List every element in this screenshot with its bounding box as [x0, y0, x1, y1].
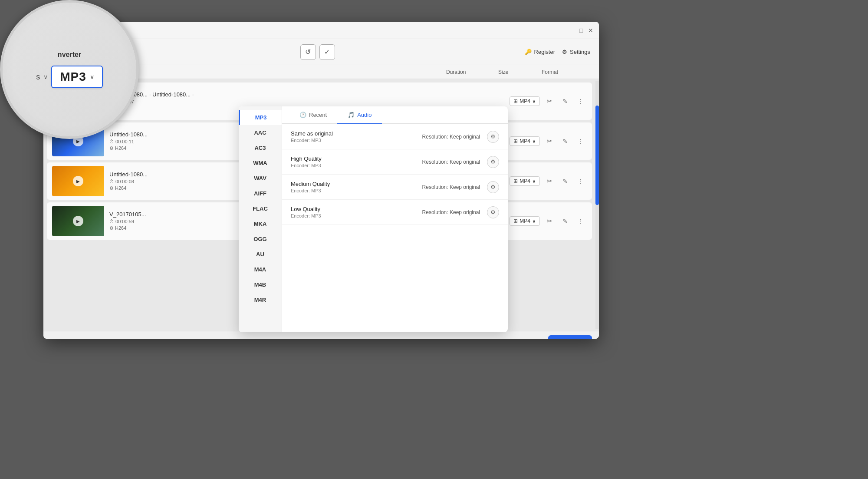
format-label: MP4: [519, 98, 530, 104]
format-item-au[interactable]: AU: [239, 247, 282, 262]
list-item[interactable]: Low Quality Encoder: MP3 Resolution: Kee…: [282, 200, 508, 225]
grid-toggle-btn[interactable]: ⊞: [531, 336, 543, 339]
magnify-format-s: s: [36, 73, 40, 82]
cut-icon[interactable]: ✂: [543, 215, 556, 227]
format-label: MP4: [519, 178, 530, 184]
chevron-down-icon: ∨: [532, 218, 536, 224]
edit-icon[interactable]: ✎: [559, 135, 571, 147]
format-item-m4b[interactable]: M4B: [239, 277, 282, 292]
quality-name: Medium Quality: [291, 181, 422, 187]
file-thumbnail: ▶: [52, 206, 104, 236]
format-label: MP4: [519, 218, 530, 224]
grid-icon: ⊞: [513, 218, 518, 224]
more-icon[interactable]: ⋮: [575, 215, 587, 227]
more-icon[interactable]: ⋮: [575, 175, 587, 187]
cut-icon[interactable]: ✂: [543, 175, 556, 187]
chevron-down-icon: ∨: [532, 178, 536, 184]
magnify-title: nverter: [58, 51, 81, 59]
convert-button[interactable]: Convert: [548, 335, 592, 339]
music-icon: 🎵: [348, 112, 355, 118]
file-actions: ⊞ MP4 ∨ ✂ ✎ ⋮: [510, 135, 587, 147]
edit-icon[interactable]: ✎: [559, 175, 571, 187]
dropdown-arrow-btn[interactable]: ∨: [383, 336, 395, 339]
minimize-button[interactable]: —: [569, 27, 575, 33]
format-item-ogg[interactable]: OGG: [239, 231, 282, 247]
col-format: Format: [542, 69, 594, 75]
settings-button[interactable]: ⚙ Settings: [562, 49, 590, 55]
more-icon[interactable]: ⋮: [575, 135, 587, 147]
col-duration: Duration: [446, 69, 498, 75]
audio-tab-label: Audio: [357, 112, 372, 118]
quality-settings-gear[interactable]: ⚙: [487, 131, 499, 143]
file-format-badge[interactable]: ⊞ MP4 ∨: [510, 96, 540, 106]
quality-name: High Quality: [291, 155, 422, 162]
close-button[interactable]: ✕: [588, 27, 594, 33]
list-item[interactable]: High Quality Encoder: MP3 Resolution: Ke…: [282, 149, 508, 175]
key-icon: 🔑: [525, 49, 532, 55]
quality-resolution: Resolution: Keep original: [422, 134, 480, 140]
magnify-dropdown-s: ∨: [43, 73, 48, 80]
magnify-inner: nverter s ∨ MP3 ∨: [3, 3, 136, 136]
quality-encoder: Encoder: MP3: [291, 213, 422, 218]
col-size: Size: [498, 69, 542, 75]
rotate-button[interactable]: ↺: [300, 44, 316, 60]
cut-icon[interactable]: ✂: [543, 95, 556, 107]
format-item-m4a[interactable]: M4A: [239, 262, 282, 277]
format-item-mka[interactable]: MKA: [239, 216, 282, 231]
format-item-aac[interactable]: AAC: [239, 125, 282, 140]
cut-icon[interactable]: ✂: [543, 135, 556, 147]
magnify-circle: nverter s ∨ MP3 ∨: [0, 0, 139, 139]
file-format-badge[interactable]: ⊞ MP4 ∨: [510, 136, 540, 146]
calendar-icon[interactable]: 📅: [418, 336, 430, 339]
grid-icon: ⊞: [513, 178, 518, 184]
magnify-mp3-box: MP3 ∨: [51, 66, 103, 88]
register-label: Register: [534, 49, 555, 55]
file-format-badge[interactable]: ⊞ MP4 ∨: [510, 176, 540, 186]
chevron-down-icon: ∨: [532, 98, 536, 104]
quality-settings-gear[interactable]: ⚙: [487, 206, 499, 218]
title-bar-controls: — □ ✕: [569, 27, 594, 33]
tab-audio[interactable]: 🎵 Audio: [337, 106, 382, 124]
format-item-mp3[interactable]: MP3: [239, 110, 282, 125]
format-item-ac3[interactable]: AC3: [239, 140, 282, 155]
file-actions: ⊞ MP4 ∨ ✂ ✎ ⋮: [510, 95, 587, 107]
play-icon[interactable]: ▶: [73, 216, 83, 226]
quality-resolution: Resolution: Keep original: [422, 159, 480, 165]
quality-settings-gear[interactable]: ⚙: [487, 181, 499, 193]
edit-icon[interactable]: ✎: [559, 215, 571, 227]
quality-encoder: Encoder: MP3: [291, 188, 422, 193]
format-item-m4r[interactable]: M4R: [239, 292, 282, 307]
tab-bar: 🕐 Recent 🎵 Audio: [282, 106, 508, 124]
file-actions: ⊞ MP4 ∨ ✂ ✎ ⋮: [510, 175, 587, 187]
clock-icon: 🕐: [299, 112, 306, 118]
list-item[interactable]: Medium Quality Encoder: MP3 Resolution: …: [282, 175, 508, 200]
tab-recent[interactable]: 🕐 Recent: [289, 106, 337, 124]
quality-settings-gear[interactable]: ⚙: [487, 156, 499, 168]
format-label: MP4: [519, 138, 530, 144]
quality-encoder: Encoder: MP3: [291, 138, 422, 143]
check-button[interactable]: ✓: [319, 44, 335, 60]
quality-resolution: Resolution: Keep original: [422, 184, 480, 190]
edit-icon[interactable]: ✎: [559, 95, 571, 107]
file-name: Untitled-1080... · Untitled-1080... ·: [109, 91, 504, 98]
more-icon[interactable]: ⋮: [575, 95, 587, 107]
file-format-badge[interactable]: ⊞ MP4 ∨: [510, 216, 540, 226]
format-item-wma[interactable]: WMA: [239, 155, 282, 171]
list-item[interactable]: Same as original Encoder: MP3 Resolution…: [282, 124, 508, 149]
open-folder-icon[interactable]: 📁: [400, 336, 412, 339]
grid-icon: ⊞: [513, 98, 518, 104]
register-button[interactable]: 🔑 Register: [525, 49, 555, 55]
play-icon[interactable]: ▶: [73, 176, 83, 186]
maximize-button[interactable]: □: [578, 27, 584, 33]
format-item-flac[interactable]: FLAC: [239, 201, 282, 216]
chevron-down-icon: ∨: [532, 138, 536, 144]
format-item-wav[interactable]: WAV: [239, 171, 282, 186]
format-item-aiff[interactable]: AIFF: [239, 186, 282, 201]
gear-icon: ⚙: [562, 49, 567, 55]
scrollbar-track[interactable]: [595, 81, 599, 329]
quality-info: Medium Quality Encoder: MP3: [291, 181, 422, 193]
scrollbar-thumb[interactable]: [595, 106, 599, 205]
quality-resolution: Resolution: Keep original: [422, 209, 480, 215]
file-duration: ⏱ 00:00:07: [109, 99, 504, 104]
output-dropdown-arrow[interactable]: ∨: [513, 336, 526, 339]
